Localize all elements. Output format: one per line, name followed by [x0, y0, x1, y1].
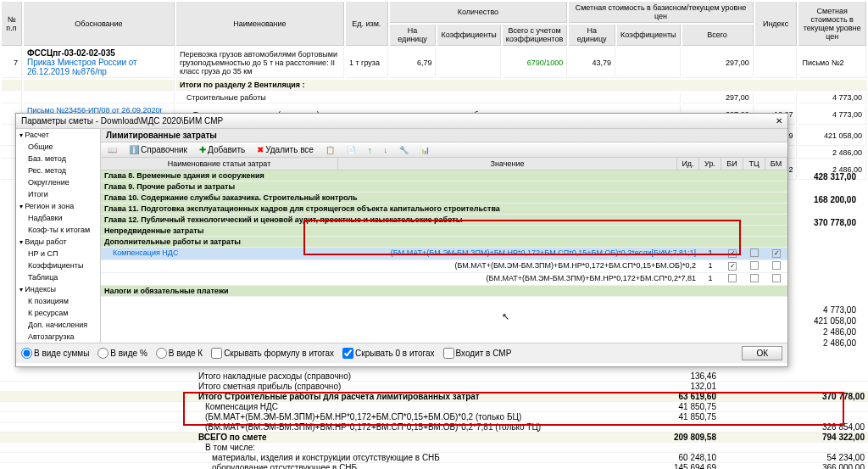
tree-group-region[interactable]: Регион и зона: [16, 200, 100, 212]
tool-icon[interactable]: 📋: [322, 145, 338, 155]
formula-row[interactable]: (БМ.МАТ+(БМ.ЭМ-БМ.ЗПМ)+БМ.НР*0,172+БМ.СП…: [101, 273, 787, 286]
checkbox[interactable]: [772, 249, 781, 258]
tree-group-work[interactable]: Виды работ: [16, 236, 100, 248]
checkbox[interactable]: [772, 261, 781, 270]
nav-tree: Расчет Общие Баз. метод Рес. метод Округ…: [16, 129, 101, 343]
tree-item[interactable]: Автозагрузка: [16, 331, 100, 343]
radio-percent[interactable]: В виде %: [97, 348, 147, 359]
tree-item[interactable]: НР и СП: [16, 248, 100, 260]
ok-button[interactable]: ОК: [742, 346, 782, 360]
estimate-row[interactable]: 7 ФССЦпг-03-02-02-035Приказ Минстроя Рос…: [2, 47, 866, 78]
tree-item[interactable]: К позициям: [16, 295, 100, 307]
radio-sum[interactable]: В виде суммы: [21, 348, 89, 359]
down-icon[interactable]: ↓: [380, 145, 391, 155]
chapter-row[interactable]: Глава 10. Содержание службы заказчика. С…: [101, 193, 787, 204]
grid-header: Наименование статьи затрат Значение Ид. …: [101, 158, 787, 170]
tree-group-calc[interactable]: Расчет: [16, 129, 100, 141]
tree-group-index[interactable]: Индексы: [16, 283, 100, 295]
checkbox[interactable]: [728, 249, 737, 258]
plus-icon: ✚: [199, 145, 206, 154]
checkbox[interactable]: [728, 262, 737, 271]
col-num: № п.п: [2, 2, 22, 46]
tree-item[interactable]: Округление: [16, 176, 100, 188]
check-smr[interactable]: Входит в СМР: [443, 348, 512, 359]
col-name: Наименование: [176, 2, 344, 46]
up-icon[interactable]: ↑: [364, 145, 376, 155]
checkbox[interactable]: [728, 274, 737, 282]
tree-item[interactable]: Надбавки: [16, 212, 100, 224]
col-qty: Количество: [390, 2, 568, 23]
tree-item[interactable]: Рес. метод: [16, 165, 100, 176]
section-header: Итоги по разделу 2 Вентиляция :: [176, 80, 866, 91]
cursor-icon: ↖: [502, 311, 509, 322]
tree-item[interactable]: Итоги: [16, 188, 100, 200]
formula-row[interactable]: Компенсация НДС (БМ.МАТ+(БМ.ЭМ-БМ.ЗПМ)+Б…: [101, 248, 787, 260]
help-button[interactable]: ℹ️Справочник: [125, 144, 191, 155]
check-hidezero[interactable]: Скрывать 0 в итогах: [342, 348, 435, 359]
dialog-titlebar[interactable]: Параметры сметы - Download\МДС 2020\БИМ …: [16, 114, 787, 129]
chapter-row[interactable]: Налоги и обязательные платежи: [101, 286, 787, 297]
tool-icon[interactable]: 📊: [417, 145, 433, 155]
col-basis: Обоснование: [24, 2, 175, 46]
delete-button[interactable]: ✖Удалить все: [253, 144, 317, 155]
col-cost: Сметная стоимость в базисном/текущем уро…: [569, 2, 753, 23]
check-hideformula[interactable]: Скрывать формулу в итогах: [211, 348, 334, 359]
bottom-totals: Итого накладные расходы (справочно)136,4…: [0, 371, 868, 469]
tree-item[interactable]: Коэф-ты к итогам: [16, 224, 100, 236]
dialog-footer: В виде суммы В виде % В виде К Скрывать …: [16, 343, 787, 363]
add-button[interactable]: ✚Добавить: [196, 144, 248, 155]
tree-item[interactable]: Общие: [16, 141, 100, 153]
checkbox[interactable]: [750, 261, 759, 270]
chapter-row[interactable]: Глава 11. Подготовка эксплуатационных ка…: [101, 204, 787, 215]
params-dialog: Параметры сметы - Download\МДС 2020\БИМ …: [15, 113, 788, 367]
chapter-row[interactable]: Глава 9. Прочие работы и затраты: [101, 181, 787, 193]
pane-title: Лимитированные затраты: [101, 129, 787, 142]
chapter-row[interactable]: Глава 8. Временные здания и сооружения: [101, 170, 787, 181]
radio-k[interactable]: В виде К: [156, 348, 203, 359]
col-unit: Ед. изм.: [346, 2, 388, 46]
tool-icon[interactable]: 📄: [343, 145, 359, 155]
x-icon: ✖: [257, 145, 264, 154]
tree-item[interactable]: Таблица: [16, 271, 100, 283]
grid-body: Глава 8. Временные здания и сооружения Г…: [101, 170, 787, 343]
formula-row[interactable]: (БМ.МАТ+(БМ.ЭМ-БМ.ЗПМ)+БМ.НР*0,172+БМ.СП…: [101, 260, 787, 273]
toolbar: 📖 ℹ️Справочник ✚Добавить ✖Удалить все 📋 …: [101, 142, 787, 158]
chapter-row[interactable]: Глава 12. Публичный технологический и це…: [101, 215, 787, 226]
col-index: Индекс: [755, 2, 798, 46]
tree-item[interactable]: К ресурсам: [16, 307, 100, 319]
info-icon: ℹ️: [129, 145, 139, 154]
tree-item[interactable]: Доп. начисления: [16, 319, 100, 331]
dialog-title-text: Параметры сметы - Download\МДС 2020\БИМ …: [21, 116, 223, 126]
col-cur: Сметная стоимость в текущем уровне цен: [798, 2, 866, 46]
book-icon[interactable]: 📖: [104, 145, 120, 155]
checkbox[interactable]: [772, 274, 781, 282]
chapter-row[interactable]: Непредвиденные затраты: [101, 226, 787, 237]
checkbox[interactable]: [750, 274, 759, 282]
tool-icon[interactable]: 🔧: [396, 145, 412, 155]
chapter-row[interactable]: Дополнительные работы и затраты: [101, 237, 787, 248]
checkbox[interactable]: [750, 248, 759, 257]
close-icon[interactable]: ✕: [776, 116, 782, 126]
tree-item[interactable]: Коэффициенты: [16, 260, 100, 271]
tree-item[interactable]: Баз. метод: [16, 153, 100, 165]
